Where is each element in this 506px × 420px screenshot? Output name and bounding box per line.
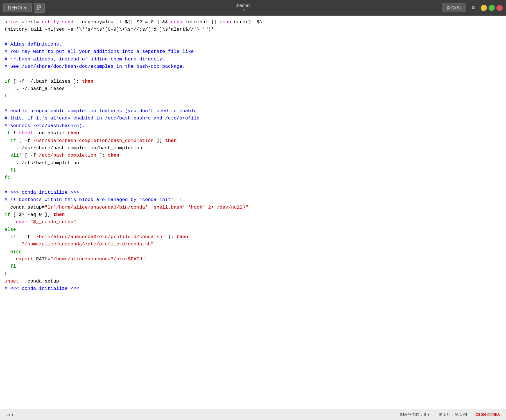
statusbar-left: sh ▼ (6, 412, 14, 417)
tab-chevron-icon: ▼ (427, 413, 430, 416)
titlebar-title: .bashrc ~/ (45, 3, 442, 12)
statusbar-right: 制表符宽度：8 ▼ 第 1 行，第 1 列 CSDN @©插入 (400, 412, 500, 417)
watermark: CSDN @©插入 (475, 412, 500, 417)
language-label: sh (6, 412, 10, 417)
document-icon-button[interactable] (34, 3, 45, 13)
tab-width-label: 制表符宽度：8 (400, 412, 426, 417)
code-editor[interactable]: alias alert= notify-send --urgency=low -… (0, 16, 506, 295)
open-button[interactable]: 打开(O) ▼ (3, 3, 32, 12)
tab-width-selector[interactable]: 制表符宽度：8 ▼ (400, 412, 430, 417)
titlebar-right: 保存(S) ≡ (442, 3, 503, 13)
svg-rect-1 (39, 8, 41, 10)
statusbar: sh ▼ 制表符宽度：8 ▼ 第 1 行，第 1 列 CSDN @©插入 (0, 409, 506, 420)
cursor-position: 第 1 行，第 1 列 (439, 412, 467, 417)
maximize-button[interactable] (489, 5, 495, 11)
window-controls (481, 5, 503, 11)
editor-area[interactable]: alias alert= notify-send --urgency=low -… (0, 16, 506, 409)
language-selector[interactable]: sh ▼ (6, 412, 14, 417)
titlebar-left: 打开(O) ▼ (3, 3, 45, 13)
save-button[interactable]: 保存(S) (442, 3, 466, 12)
file-title: .bashrc (45, 3, 442, 8)
close-button[interactable] (496, 5, 503, 11)
language-chevron-icon: ▼ (11, 413, 14, 416)
hamburger-menu-button[interactable]: ≡ (468, 3, 478, 13)
minimize-button[interactable] (481, 5, 487, 11)
file-path: ~/ (45, 8, 442, 12)
titlebar: 打开(O) ▼ .bashrc ~/ 保存(S) ≡ (0, 0, 506, 16)
